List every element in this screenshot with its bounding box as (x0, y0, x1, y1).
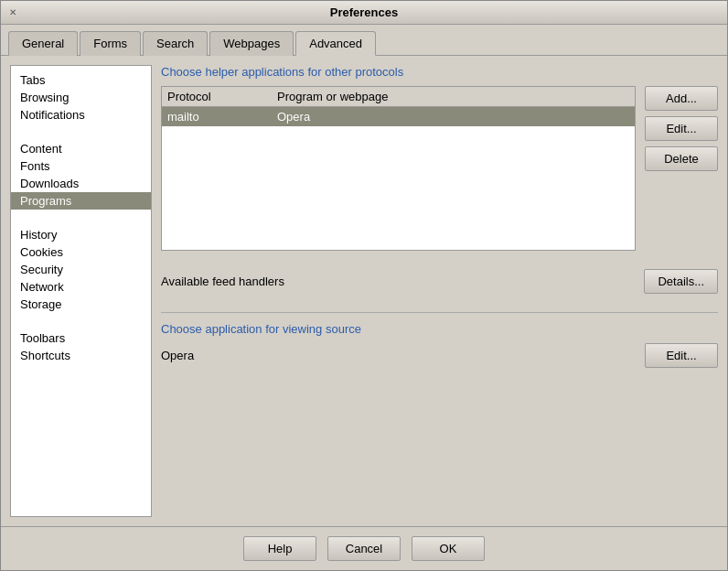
row-program: Opera (277, 110, 629, 124)
protocols-content: Protocol Program or webpage mailto Opera… (161, 86, 718, 251)
sidebar-item-network[interactable]: Network (11, 278, 151, 296)
col-program-header: Program or webpage (277, 90, 629, 103)
sidebar-item-shortcuts[interactable]: Shortcuts (11, 347, 151, 364)
sidebar-divider-3 (11, 320, 151, 328)
protocols-table-area: Protocol Program or webpage mailto Opera (161, 86, 636, 251)
footer: Help Cancel OK (1, 526, 727, 570)
cancel-button[interactable]: Cancel (327, 536, 401, 561)
protocols-buttons: Add... Edit... Delete (645, 86, 718, 251)
sidebar-item-browsing[interactable]: Browsing (11, 89, 151, 106)
row-protocol: mailto (167, 110, 277, 124)
ok-button[interactable]: OK (412, 536, 485, 561)
table-row[interactable]: mailto Opera (162, 107, 635, 126)
edit-button[interactable]: Edit... (645, 116, 718, 141)
sidebar-group-2: Content Fonts Downloads Programs (11, 138, 151, 217)
preferences-window: ✕ Preferences General Forms Search Webpa… (0, 0, 728, 571)
title-bar: ✕ Preferences (1, 1, 727, 25)
tab-webpages[interactable]: Webpages (209, 31, 294, 56)
tab-advanced[interactable]: Advanced (295, 31, 376, 56)
tab-general[interactable]: General (8, 31, 78, 56)
sidebar-group-4: Toolbars Shortcuts (11, 328, 151, 372)
sidebar-divider-1 (11, 131, 151, 138)
col-protocol-header: Protocol (167, 90, 277, 103)
add-button[interactable]: Add... (645, 86, 718, 111)
sidebar-item-cookies[interactable]: Cookies (11, 243, 151, 261)
details-button[interactable]: Details... (644, 269, 718, 294)
content-area: Tabs Browsing Notifications Content Font… (1, 56, 727, 526)
protocols-table: Protocol Program or webpage mailto Opera (161, 86, 636, 251)
sidebar-item-history[interactable]: History (11, 226, 151, 243)
sidebar-item-tabs[interactable]: Tabs (11, 71, 151, 89)
sidebar-item-fonts[interactable]: Fonts (11, 157, 151, 175)
tabs-bar: General Forms Search Webpages Advanced (1, 25, 727, 56)
delete-button[interactable]: Delete (645, 146, 718, 171)
sidebar-item-content[interactable]: Content (11, 140, 151, 157)
help-button[interactable]: Help (243, 536, 316, 561)
tab-forms[interactable]: Forms (80, 31, 141, 56)
sidebar-item-downloads[interactable]: Downloads (11, 175, 151, 192)
main-panel: Choose helper applications for other pro… (161, 65, 718, 517)
tab-search[interactable]: Search (143, 31, 208, 56)
sidebar-group-1: Tabs Browsing Notifications (11, 70, 151, 131)
table-header: Protocol Program or webpage (162, 87, 635, 107)
feed-handlers-section: Available feed handlers Details... (161, 264, 718, 299)
sidebar-divider-2 (11, 217, 151, 224)
sidebar-item-toolbars[interactable]: Toolbars (11, 329, 151, 347)
sidebar-item-notifications[interactable]: Notifications (11, 106, 151, 124)
source-title: Choose application for viewing source (161, 322, 718, 336)
sidebar-item-storage[interactable]: Storage (11, 296, 151, 313)
protocols-section: Choose helper applications for other pro… (161, 65, 718, 251)
source-section: Choose application for viewing source Op… (161, 312, 718, 368)
sidebar-group-3: History Cookies Security Network Storage (11, 224, 151, 320)
source-value: Opera (161, 349, 194, 362)
feed-handlers-label: Available feed handlers (161, 275, 284, 288)
protocols-title: Choose helper applications for other pro… (161, 65, 718, 79)
sidebar-item-programs[interactable]: Programs (11, 192, 151, 210)
sidebar: Tabs Browsing Notifications Content Font… (10, 65, 152, 517)
sidebar-item-security[interactable]: Security (11, 261, 151, 278)
close-button[interactable]: ✕ (6, 6, 19, 19)
window-title: Preferences (330, 5, 398, 19)
source-row: Opera Edit... (161, 343, 718, 368)
source-edit-button[interactable]: Edit... (645, 343, 718, 368)
